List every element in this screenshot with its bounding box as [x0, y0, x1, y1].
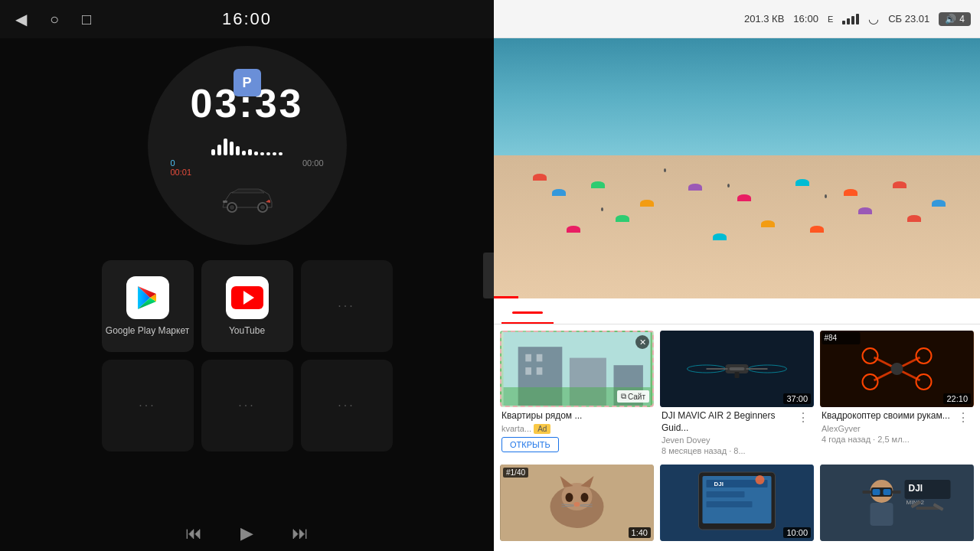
svg-point-35: [891, 363, 903, 375]
rewind-button[interactable]: ⏮: [185, 523, 202, 543]
left-time: 16:00: [222, 9, 272, 29]
tablet-thumbnail: DJI 10:00: [660, 465, 814, 541]
recent-button[interactable]: □: [82, 11, 91, 28]
quad-title: Квадрокоптер своими рукам...: [822, 410, 954, 422]
svg-rect-17: [525, 367, 531, 375]
svg-rect-27: [735, 372, 740, 378]
svg-rect-4: [223, 201, 227, 203]
svg-point-56: [756, 475, 765, 484]
video-card-cat[interactable]: #1/40 1:40: [500, 465, 654, 549]
mini-info: [820, 541, 974, 549]
empty-dots-3: ···: [238, 399, 255, 412]
ad-thumbnail: ✕ ⧉Сайт: [500, 331, 654, 407]
youtube-icon: [226, 276, 269, 319]
youtube-label: YouTube: [229, 325, 265, 336]
svg-rect-65: [871, 503, 893, 526]
svg-rect-55: [707, 501, 753, 507]
nav-icons: ◀ ○ □: [15, 10, 91, 28]
video-grid: ✕ ⧉Сайт Квартиры рядом ... kvarta... Ad …: [494, 324, 980, 551]
drone-title: DJI MAVIC AIR 2 Beginners Guid...: [662, 410, 794, 434]
ad-badge: Ad: [534, 424, 550, 434]
svg-text:DJI: DJI: [909, 483, 923, 494]
svg-rect-63: [863, 491, 872, 494]
track-count: 0: [171, 158, 192, 168]
beach-scene: [494, 38, 980, 298]
drone-channel: Jeven Dovey: [662, 435, 794, 445]
video-card-quad[interactable]: #84 22:10 Квадрокоптер своими рукам... A…: [820, 331, 974, 458]
tablet-text: [662, 544, 812, 546]
video-card-mini[interactable]: DJI MINI 2: [820, 465, 974, 549]
equalizer: [211, 132, 283, 155]
svg-rect-16: [537, 354, 543, 362]
svg-point-45: [574, 502, 580, 507]
empty-dots-4: ···: [338, 399, 354, 412]
quad-channel: AlexGyver: [822, 424, 954, 433]
empty-dots-2: ···: [139, 399, 155, 412]
app-google-play[interactable]: Google Play Маркет: [102, 260, 194, 352]
ad-channel: kvarta...: [501, 424, 531, 433]
ad-meta: kvarta... Ad: [501, 424, 652, 434]
svg-rect-24: [730, 367, 745, 370]
cat-number-badge: #1/40: [503, 468, 528, 478]
wifi-icon: ◡: [868, 11, 879, 26]
svg-point-1: [230, 205, 234, 210]
svg-point-43: [566, 493, 573, 502]
svg-point-3: [260, 205, 265, 210]
google-play-label: Google Play Маркет: [106, 325, 189, 336]
drag-handle[interactable]: [483, 253, 494, 298]
cat-text: [501, 544, 652, 546]
video-header[interactable]: [494, 38, 980, 298]
video-row-1: ✕ ⧉Сайт Квартиры рядом ... kvarta... Ad …: [500, 331, 974, 458]
ad-info: Квартиры рядом ... kvarta... Ad ОТКРЫТЬ: [500, 407, 654, 455]
right-time: 16:00: [793, 13, 818, 24]
play-button[interactable]: ▶: [240, 523, 253, 543]
tablet-info: [660, 541, 814, 549]
app-empty-4[interactable]: ···: [301, 360, 393, 452]
ad-text: Квартиры рядом ... kvarta... Ad ОТКРЫТЬ: [501, 410, 652, 452]
app-youtube[interactable]: YouTube: [201, 260, 293, 352]
svg-rect-64: [892, 491, 901, 494]
play-controls: ⏮ ▶ ⏭: [185, 523, 309, 543]
track-time-right: 00:00: [302, 158, 324, 177]
cat-duration: 1:40: [629, 527, 651, 538]
svg-rect-58: [821, 465, 974, 541]
network-type: Е: [828, 15, 833, 24]
tab-main[interactable]: [501, 298, 554, 324]
video-card-drone[interactable]: 37:00 DJI MAVIC AIR 2 Beginners Guid... …: [660, 331, 814, 458]
app-empty-2[interactable]: ···: [102, 360, 194, 452]
volume-icon: 🔊: [945, 14, 956, 24]
svg-rect-62: [884, 489, 891, 495]
status-bar-right: 201.3 КВ 16:00 Е ◡ СБ 23.01 🔊 4: [494, 0, 980, 38]
signal-strength: [842, 14, 859, 24]
cat-info: [500, 541, 654, 549]
app-empty-3[interactable]: ···: [201, 360, 293, 452]
svg-rect-54: [707, 491, 745, 497]
svg-rect-15: [525, 354, 531, 362]
video-card-tablet[interactable]: DJI 10:00: [660, 465, 814, 549]
open-ad-button[interactable]: ОТКРЫТЬ: [501, 437, 559, 452]
fast-forward-button[interactable]: ⏭: [292, 523, 309, 543]
quad-info: Квадрокоптер своими рукам... AlexGyver 4…: [820, 407, 974, 447]
video-card-ad[interactable]: ✕ ⧉Сайт Квартиры рядом ... kvarta... Ad …: [500, 331, 654, 458]
back-button[interactable]: ◀: [15, 10, 27, 28]
home-button[interactable]: ○: [50, 11, 59, 28]
drone-more-button[interactable]: ⋮: [794, 410, 812, 425]
track-time-left: 00:01: [171, 168, 192, 177]
car-icon: [217, 181, 278, 218]
right-panel: 201.3 КВ 16:00 Е ◡ СБ 23.01 🔊 4: [494, 0, 980, 551]
quad-text: Квадрокоптер своими рукам... AlexGyver 4…: [822, 410, 954, 444]
video-tabs: [494, 298, 980, 324]
tablet-duration: 10:00: [783, 527, 811, 538]
app-empty-1[interactable]: ···: [301, 260, 393, 352]
video-progress-bar[interactable]: [494, 296, 518, 298]
quad-more-button[interactable]: ⋮: [954, 410, 972, 425]
ad-close-button[interactable]: ✕: [635, 335, 649, 349]
drone-meta: 8 месяцев назад · 8...: [662, 446, 794, 455]
quad-duration: 22:10: [943, 393, 971, 404]
drone-duration: 37:00: [783, 393, 811, 404]
beach-water: [494, 38, 980, 155]
cat-thumbnail: #1/40 1:40: [500, 465, 654, 541]
status-bar-left: ◀ ○ □ 16:00: [0, 0, 494, 38]
ad-title: Квартиры рядом ...: [501, 410, 652, 422]
volume-control[interactable]: 🔊 4: [939, 12, 971, 26]
